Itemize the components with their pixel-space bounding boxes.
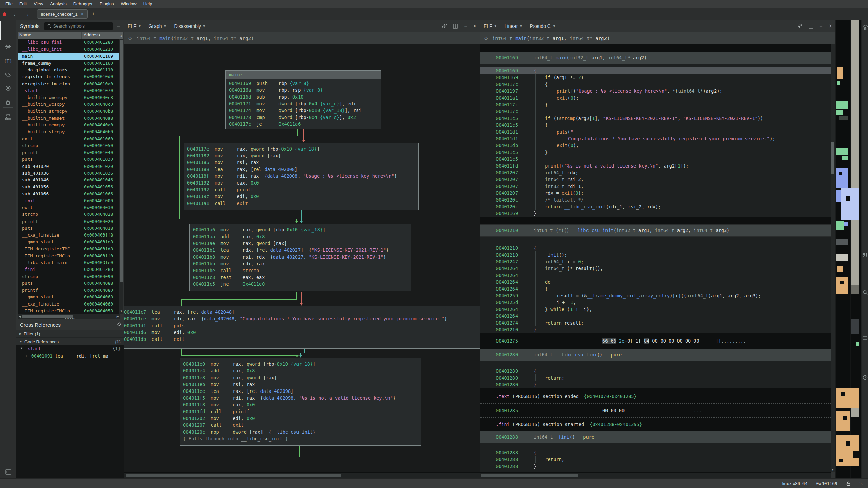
code-line[interactable]: 00401247int64_t i = 0;	[480, 258, 831, 265]
hex-bytes-line[interactable]: 0040128500 00 00 ...	[480, 404, 831, 417]
refresh-icon[interactable]: ⟳	[128, 36, 132, 41]
il-dropdown[interactable]: Disassembly▼	[174, 23, 205, 29]
symbol-row[interactable]: strcmp0x000401050	[18, 142, 120, 149]
code-line[interactable]: 00401274return result;	[480, 319, 831, 326]
symbol-row[interactable]: strcmp0x000404028	[18, 211, 120, 218]
more-icon[interactable]: ⋯	[0, 124, 16, 134]
bug-icon[interactable]	[0, 97, 16, 107]
feature-map[interactable]	[836, 20, 861, 478]
code-line[interactable]: 0040120creturn __libc_csu_init(rdi_1, rs…	[480, 203, 831, 210]
forward-icon[interactable]: →	[21, 11, 32, 17]
symbol-row[interactable]: __builtin_wmemcpy0x0004040c8	[18, 94, 120, 101]
pseudo-vscrollbar[interactable]	[831, 44, 835, 472]
symbol-row[interactable]: __do_global_dtors_…0x000401110	[18, 67, 120, 73]
search-icon[interactable]	[862, 288, 868, 296]
pin-icon[interactable]	[0, 84, 16, 94]
refresh-icon[interactable]: ⟳	[484, 36, 488, 41]
code-line[interactable]: 00401264do	[480, 279, 831, 285]
code-line[interactable]: 00401259result = (&__frame_dummy_init_ar…	[480, 292, 831, 299]
symbol-row[interactable]: _ITM_registerTMClo…0x000403ff0	[18, 252, 120, 259]
code-line[interactable]: 00401280return;	[480, 374, 831, 381]
view-type-dropdown[interactable]: ELF▼	[484, 23, 497, 29]
symbol-row[interactable]: puts0x000404088	[18, 280, 120, 287]
symbols-menu-icon[interactable]: ≡	[115, 23, 121, 29]
xref-item-row[interactable]: ←00401091 lea rdi, [rel ma	[16, 352, 124, 360]
function-header-line[interactable]: 00401169int64_t main(int32_t arg1, int64…	[480, 52, 831, 64]
layout-dropdown[interactable]: Graph▼	[149, 23, 167, 29]
symbol-row[interactable]: sub_4010200x000401020	[18, 163, 120, 170]
basic-block[interactable]: 004011a6 mov rax, qword [rbp-0x10 {var_1…	[189, 224, 411, 291]
graph-hscrollbar[interactable]	[124, 472, 480, 479]
symbol-row[interactable]: __builtin_memset0x0004040a8	[18, 115, 120, 122]
code-line[interactable]: 0040117c	[480, 108, 831, 115]
symbol-row[interactable]: puts0x000404018	[18, 225, 120, 232]
layout-dropdown[interactable]: Linear▼	[505, 23, 523, 29]
scroll-left-icon[interactable]: ◀	[18, 315, 22, 318]
menu-window[interactable]: Window	[119, 1, 141, 6]
symbol-row[interactable]: __gmon_start__0x000404068	[18, 294, 120, 300]
code-line[interactable]: 004011c5	[480, 156, 831, 162]
code-line[interactable]: 00401280}	[480, 381, 831, 388]
console-icon[interactable]	[0, 467, 16, 477]
code-line[interactable]: 00401210}	[480, 326, 831, 333]
code-line[interactable]: 004011c5{	[480, 122, 831, 128]
code-line[interactable]: 00401264	[480, 272, 831, 279]
new-tab-button[interactable]: +	[88, 11, 99, 17]
column-name[interactable]: Name	[18, 32, 82, 39]
symbol-row[interactable]: strcmp0x000404090	[18, 273, 120, 280]
code-line[interactable]: 004011c5if (!strcmp(arg2[1], "KS-LICENSE…	[480, 115, 831, 122]
scroll-down-icon[interactable]: ▼	[831, 468, 835, 472]
split-pane-icon[interactable]	[809, 24, 813, 29]
lock-icon[interactable]	[846, 481, 850, 486]
symbol-row[interactable]: sub_4010460x000401046	[18, 177, 120, 184]
code-line[interactable]: 00401207int64_t rdx;	[480, 169, 831, 176]
scroll-right-icon[interactable]: ▶	[116, 315, 120, 318]
pane-close-icon[interactable]: ×	[473, 23, 476, 29]
pane-close-icon[interactable]: ×	[829, 23, 832, 29]
symbol-row[interactable]: __builtin_strncpy0x0004040b8	[18, 108, 120, 115]
symbol-row[interactable]: _fini0x000401288	[18, 266, 120, 273]
scroll-up-icon[interactable]: ▲	[119, 32, 123, 39]
function-header-line[interactable]: 00401280int64_t __libc_csu_fini() __pure	[480, 349, 831, 361]
types-icon[interactable]: {T}	[0, 56, 16, 66]
hex-bytes-line[interactable]: 0040127566 66 2e-0f 1f 84 00 00 00 00 00…	[480, 333, 831, 349]
search-input[interactable]: Search symbols	[44, 22, 113, 30]
symbol-row[interactable]: printf0x000404080	[18, 287, 120, 294]
symbol-row[interactable]: sub_4010360x000401036	[18, 170, 120, 177]
symbol-row[interactable]: __cxa_finalize0x000403ff8	[18, 232, 120, 239]
symbol-row[interactable]: exit0x000404030	[18, 204, 120, 211]
code-line[interactable]: 00401288{	[480, 449, 831, 456]
symbols-table-header[interactable]: Name Address	[18, 32, 120, 39]
symbol-row[interactable]: _ITM_registerTMClo…0x000404058	[18, 308, 120, 314]
pseudo-hscrollbar[interactable]	[480, 472, 831, 479]
il-dropdown[interactable]: Pseudo C▼	[530, 23, 555, 29]
code-line[interactable]: 00401207int64_t rsi_2;	[480, 176, 831, 183]
code-line[interactable]: 00401210_init();	[480, 251, 831, 258]
code-line[interactable]: 00401280{	[480, 368, 831, 374]
layers-icon[interactable]	[862, 23, 868, 31]
symbol-row[interactable]: _ITM_deregisterTMC…0x000403fd8	[18, 246, 120, 252]
code-line[interactable]: 00401197printf("Usage : %s <license key …	[480, 88, 831, 94]
basic-block[interactable]: 004011e0 mov rax, qword [rbp-0x10 {var_1…	[180, 358, 421, 446]
back-icon[interactable]: ←	[10, 11, 21, 17]
pane-menu-icon[interactable]: ≡	[464, 23, 467, 29]
function-header-line[interactable]: 00401288int64_t _fini() __pure	[480, 431, 831, 443]
symbol-row[interactable]: __gmon_start__0x000403fe8	[18, 239, 120, 245]
menu-view[interactable]: View	[32, 1, 48, 6]
symbol-row[interactable]: main0x000401169	[18, 53, 120, 60]
basic-block[interactable]: 004011c7 lea rax, [rel data_402048]00401…	[124, 306, 480, 349]
xref-function-row[interactable]: ▼ _start {1}	[16, 345, 124, 352]
code-line[interactable]: 0040120c/* tailcall */	[480, 196, 831, 203]
symbols-vscrollbar[interactable]	[119, 39, 123, 314]
code-line[interactable]: 00401288}	[480, 463, 831, 470]
symbol-row[interactable]: _start0x000401070	[18, 87, 120, 94]
pin-icon[interactable]	[116, 322, 121, 327]
graph-canvas[interactable]: main:00401169 push rbp {var_8}0040116a m…	[124, 44, 480, 472]
code-line[interactable]: 00401207int32_t rdi_1;	[480, 183, 831, 190]
symbol-row[interactable]: __cxa_finalize0x000404060	[18, 301, 120, 308]
menu-debugger[interactable]: Debugger	[71, 1, 97, 6]
menu-file[interactable]: File	[3, 1, 17, 6]
code-line[interactable]: 004011c5}	[480, 149, 831, 156]
symbol-row[interactable]: _init0x000401000	[18, 197, 120, 204]
code-line[interactable]: 00401169}	[480, 210, 831, 217]
